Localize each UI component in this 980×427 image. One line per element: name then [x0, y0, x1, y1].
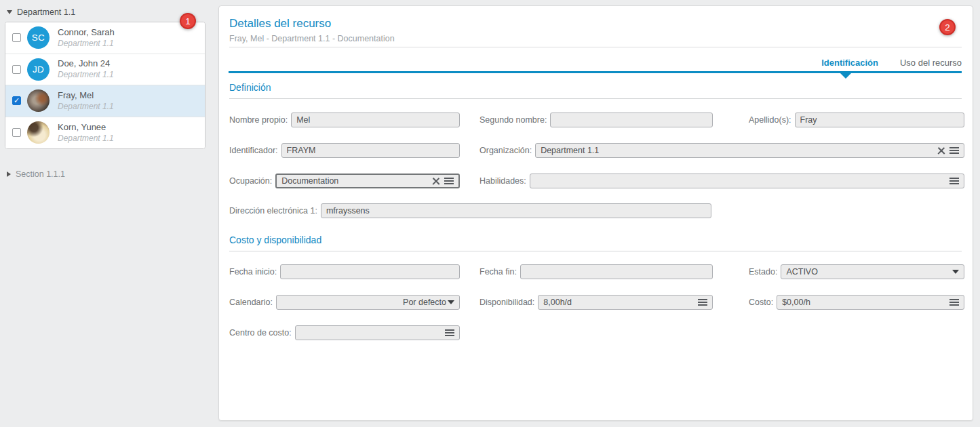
field-label: Apellido(s): [749, 115, 791, 125]
list-picker-icon[interactable] [949, 147, 959, 154]
dropdown-arrow-icon[interactable] [448, 300, 454, 304]
resource-row-doe[interactable]: JD Doe, John 24 Department 1.1 [5, 54, 205, 86]
centro-de-costo-input[interactable] [295, 325, 460, 340]
apellidos-input[interactable]: Fray [795, 113, 964, 127]
field-calendario: Calendario: Por defecto [229, 294, 460, 310]
resource-name: Fray, Mel [58, 90, 114, 101]
field-label: Dirección electrónica 1: [229, 206, 317, 216]
resource-name: Connor, Sarah [58, 27, 115, 38]
field-label: Estado: [749, 267, 777, 277]
tab-uso-del-recurso[interactable]: Uso del recurso [900, 58, 962, 68]
field-label: Identificador: [229, 146, 278, 155]
list-picker-icon[interactable] [698, 299, 707, 306]
breadcrumb: Fray, Mel - Department 1.1 - Documentati… [229, 34, 395, 43]
avatar-photo-popcorn [27, 121, 50, 144]
resource-row-fray[interactable]: Fray, Mel Department 1.1 [5, 85, 205, 117]
resource-tree-sidebar: Department 1.1 SC Connor, Sarah Departme… [0, 0, 218, 427]
field-estado: Estado: ACTIVO [749, 264, 964, 279]
field-ocupacion: Ocupación: Documentation [229, 173, 460, 188]
field-label: Calendario: [229, 298, 273, 307]
section-title-costo: Costo y disponibilidad [229, 235, 321, 245]
tree-node-section[interactable]: Section 1.1.1 [7, 169, 65, 179]
tree-node-department[interactable]: Department 1.1 [7, 7, 75, 17]
estado-select[interactable]: ACTIVO [781, 264, 964, 279]
field-label: Ocupación: [229, 176, 272, 186]
tab-bar: Identificación Uso del recurso [821, 58, 962, 68]
list-picker-icon[interactable] [949, 178, 959, 184]
resource-details-panel: Detalles del recurso Fray, Mel - Departm… [218, 5, 973, 421]
organizacion-input[interactable]: Department 1.1 [535, 143, 964, 158]
tab-identificacion[interactable]: Identificación [821, 58, 878, 68]
resource-checkbox[interactable] [12, 128, 21, 137]
clear-icon[interactable] [432, 177, 440, 185]
resource-row-connor[interactable]: SC Connor, Sarah Department 1.1 [5, 22, 205, 54]
resource-checkbox[interactable] [12, 33, 21, 42]
resource-list: SC Connor, Sarah Department 1.1 JD Doe, … [5, 22, 205, 149]
direccion-electronica-input[interactable]: mfrayssens [321, 203, 711, 218]
nombre-propio-input[interactable]: Mel [291, 113, 460, 127]
resource-name: Korn, Yunee [58, 122, 114, 133]
fecha-fin-input[interactable] [520, 264, 713, 279]
field-apellidos: Apellido(s): Fray [749, 112, 964, 127]
list-picker-icon[interactable] [444, 178, 454, 184]
field-label: Organización: [479, 146, 532, 155]
field-segundo-nombre: Segundo nombre: [479, 112, 713, 127]
field-nombre-propio: Nombre propio: Mel [229, 112, 460, 127]
step-badge-1: 1 [180, 13, 196, 29]
segundo-nombre-input[interactable] [550, 113, 713, 127]
tree-node-label: Section 1.1.1 [16, 169, 65, 179]
field-organizacion: Organización: Department 1.1 [479, 142, 964, 158]
field-identificador: Identificador: FRAYM [229, 142, 460, 158]
habilidades-input[interactable] [530, 174, 964, 188]
field-label: Disponibilidad: [479, 298, 534, 307]
page-title: Detalles del recurso [229, 17, 331, 30]
tree-collapse-arrow-icon[interactable] [7, 171, 11, 177]
field-fecha-fin: Fecha fin: [479, 264, 713, 279]
calendario-select[interactable]: Por defecto [276, 295, 460, 310]
resource-org: Department 1.1 [58, 134, 114, 144]
resource-org: Department 1.1 [58, 39, 115, 49]
field-label: Costo: [749, 298, 773, 307]
section-divider [229, 251, 962, 251]
tree-node-label: Department 1.1 [17, 7, 75, 17]
tree-expand-arrow-icon[interactable] [7, 10, 12, 14]
field-direccion-electronica: Dirección electrónica 1: mfrayssens [229, 203, 711, 218]
costo-input[interactable]: $0,00/h [777, 295, 964, 310]
field-label: Habilidades: [479, 176, 526, 186]
step-badge-2: 2 [939, 19, 956, 35]
field-disponibilidad: Disponibilidad: 8,00h/d [479, 294, 713, 310]
header-divider [229, 47, 962, 47]
fecha-inicio-input[interactable] [280, 264, 460, 279]
field-habilidades: Habilidades: [479, 173, 964, 188]
dropdown-arrow-icon[interactable] [952, 270, 959, 274]
avatar-initials: SC [27, 26, 50, 49]
section-title-definicion: Definición [229, 82, 271, 93]
field-label: Fecha inicio: [229, 267, 277, 277]
tab-underline [229, 71, 962, 73]
field-label: Fecha fin: [479, 267, 517, 277]
field-costo: Costo: $0,00/h [749, 294, 964, 310]
ocupacion-input[interactable]: Documentation [275, 174, 460, 188]
field-label: Nombre propio: [229, 115, 288, 125]
resource-org: Department 1.1 [58, 70, 114, 80]
identificador-input[interactable]: FRAYM [281, 143, 460, 158]
list-picker-icon[interactable] [445, 329, 454, 336]
clear-icon[interactable] [937, 146, 945, 155]
field-label: Segundo nombre: [479, 115, 547, 125]
field-centro-de-costo: Centro de costo: [229, 325, 460, 340]
field-fecha-inicio: Fecha inicio: [229, 264, 460, 279]
disponibilidad-input[interactable]: 8,00h/d [538, 295, 713, 310]
resource-name: Doe, John 24 [58, 58, 114, 69]
avatar-initials: JD [27, 58, 50, 81]
active-tab-caret-icon [840, 73, 851, 79]
section-divider [229, 98, 962, 99]
resource-checkbox-checked[interactable] [12, 96, 21, 105]
avatar-photo-wolf [27, 89, 50, 112]
field-label: Centro de costo: [229, 328, 292, 338]
resource-row-korn[interactable]: Korn, Yunee Department 1.1 [5, 117, 205, 149]
list-picker-icon[interactable] [949, 299, 959, 306]
resource-checkbox[interactable] [12, 65, 21, 74]
resource-org: Department 1.1 [58, 102, 114, 112]
